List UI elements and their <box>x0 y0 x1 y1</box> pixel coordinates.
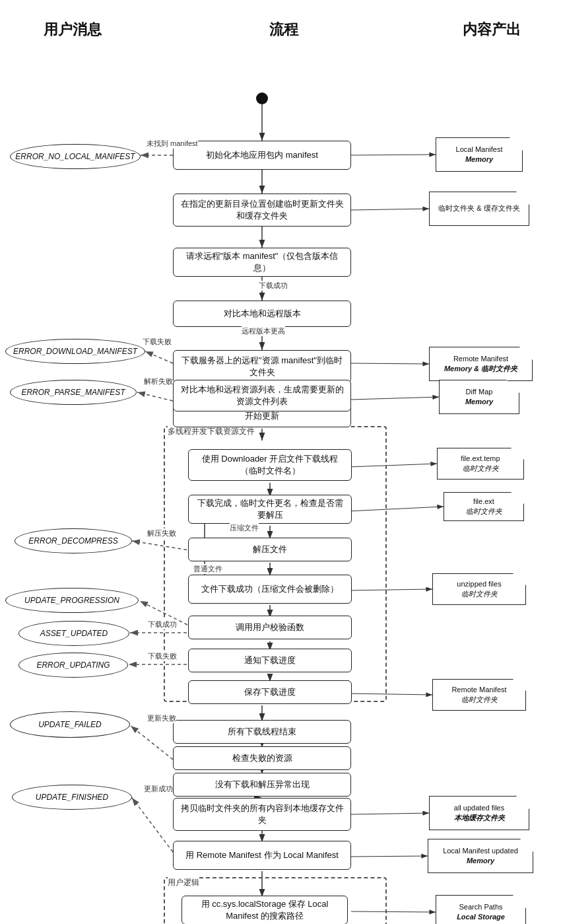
fb-save-progress: 保存下载进度 <box>188 680 352 704</box>
fb-request-remote: 请求远程"版本 manifest"（仅包含版本信息） <box>173 248 351 277</box>
fb-create-dirs: 在指定的更新目录位置创建临时更新文件夹和缓存文件夹 <box>173 194 351 227</box>
doc-search-paths-title: Search Paths <box>459 902 502 912</box>
header-flow: 流程 <box>145 20 422 40</box>
err-updating: ERROR_UPDATING <box>18 653 128 678</box>
doc-search-paths-sub: Local Storage <box>457 912 505 922</box>
lbl-parse-fail: 解析失败 <box>144 376 173 386</box>
start-circle <box>256 92 268 104</box>
doc-local-manifest: Local Manifest Memory <box>436 137 523 172</box>
doc-file-temp-title: file.ext.temp <box>461 454 500 464</box>
fb-check-failed: 检查失败的资源 <box>173 746 351 770</box>
asset-updated: ASSET_UPDATED <box>18 621 129 646</box>
err-parse-manifest: ERROR_PARSE_MANIFEST <box>10 380 137 405</box>
fb-download-remote-manifest: 下载服务器上的远程"资源 manifest"到临时文件夹 <box>173 350 351 383</box>
doc-remote-manifest-mem: Remote Manifest Memory & 临时文件夹 <box>429 347 533 381</box>
doc-diff-map: Diff Map Memory <box>439 380 519 414</box>
doc-file-ext-sub: 临时文件夹 <box>466 507 502 516</box>
err-decompress: ERROR_DECOMPRESS <box>15 528 132 553</box>
lbl-remote-higher: 远程版本更高 <box>242 326 285 336</box>
lbl-decomp-fail: 解压失败 <box>147 528 176 538</box>
doc-local-manifest-sub: Memory <box>465 155 493 164</box>
lbl-download-fail2: 下载失败 <box>148 651 177 661</box>
svg-line-30 <box>137 392 173 401</box>
column-headers: 用户消息 流程 内容产出 <box>0 13 561 53</box>
fb-copy-to-cache: 拷贝临时文件夹的所有内容到本地缓存文件夹 <box>173 798 351 831</box>
user-logic-label: 用户逻辑 <box>168 877 199 888</box>
svg-line-46 <box>351 856 428 857</box>
fb-use-remote: 用 Remote Manifest 作为 Local Manifest <box>173 841 351 870</box>
fb-verify-callback: 调用用户校验函数 <box>188 616 352 639</box>
parallel-download-label: 多线程并发下载资源文件 <box>168 426 255 437</box>
upd-finished: UPDATE_FINISHED <box>12 785 132 810</box>
doc-temp-dirs: 临时文件夹 & 缓存文件夹 <box>429 192 529 226</box>
fb-rename-check: 下载完成，临时文件更名，检查是否需要解压 <box>188 495 352 524</box>
doc-local-manifest-upd-title: Local Manifest updated <box>443 846 518 856</box>
svg-line-40 <box>351 397 439 400</box>
lbl-no-manifest: 未找到 manifest <box>147 139 198 149</box>
doc-local-manifest-title: Local Manifest <box>456 145 503 155</box>
doc-remote-manifest-tmp-sub: 临时文件夹 <box>461 695 498 705</box>
page-container: 用户消息 流程 内容产出 <box>0 0 561 924</box>
err-no-manifest: ERROR_NO_LOCAL_MANIFEST <box>10 144 141 169</box>
fb-no-error: 没有下载和解压异常出现 <box>173 773 351 797</box>
doc-remote-manifest-mem-title: Remote Manifest <box>453 354 508 364</box>
lbl-download-success2: 下载成功 <box>148 620 177 629</box>
doc-file-temp-sub: 临时文件夹 <box>463 464 499 474</box>
doc-file-ext: file.ext 临时文件夹 <box>444 492 524 521</box>
doc-remote-manifest-mem-sub: Memory & 临时文件夹 <box>444 364 517 374</box>
svg-line-35 <box>131 726 173 760</box>
fb-decompress: 解压文件 <box>188 538 352 561</box>
fb-init: 初始化本地应用包内 manifest <box>173 141 351 170</box>
doc-unzipped: unzipped files 临时文件夹 <box>432 573 526 605</box>
upd-progression: UPDATE_PROGRESSION <box>5 588 139 613</box>
fb-diff-list: 对比本地和远程资源列表，生成需要更新的资源文件列表 <box>173 380 351 411</box>
doc-local-manifest-upd: Local Manifest updated Memory <box>428 839 533 873</box>
fb-downloader: 使用 Downloader 开启文件下载线程（临时文件名） <box>188 449 352 481</box>
fb-save-search: 用 cc.sys.localStorage 保存 Local Manifest … <box>182 896 348 924</box>
fb-all-done: 所有下载线程结束 <box>173 720 351 744</box>
doc-all-updated: all updated files 本地缓存文件夹 <box>429 796 529 830</box>
doc-remote-manifest-tmp: Remote Manifest 临时文件夹 <box>432 679 526 711</box>
fb-file-success: 文件下载成功（压缩文件会被删除） <box>188 575 352 604</box>
svg-line-29 <box>145 351 173 363</box>
svg-line-38 <box>351 209 429 210</box>
doc-unzipped-title: unzipped files <box>457 579 501 589</box>
doc-unzipped-sub: 临时文件夹 <box>461 589 498 599</box>
doc-file-ext-title: file.ext <box>473 497 494 507</box>
diagram: 多线程并发下载资源文件 用户逻辑 初始化本地应用包内 manifest 在指定的… <box>0 53 561 924</box>
doc-file-temp: file.ext.temp 临时文件夹 <box>437 448 524 480</box>
lbl-update-fail: 更新失败 <box>147 713 176 723</box>
doc-remote-manifest-tmp-title: Remote Manifest <box>451 685 506 695</box>
svg-line-39 <box>351 363 429 364</box>
doc-all-updated-title: all updated files <box>454 803 504 813</box>
svg-line-37 <box>351 155 436 155</box>
fb-compare-versions: 对比本地和远程版本 <box>173 301 351 327</box>
doc-diff-map-sub: Memory <box>465 397 493 407</box>
doc-search-paths: Search Paths Local Storage <box>436 895 526 924</box>
lbl-normal-file: 普通文件 <box>193 564 222 574</box>
lbl-download-fail1: 下载失败 <box>143 337 172 347</box>
lbl-update-success: 更新成功 <box>144 784 173 794</box>
doc-diff-map-title: Diff Map <box>466 387 493 397</box>
upd-failed: UPDATE_FAILED <box>10 711 130 738</box>
svg-line-36 <box>132 798 173 852</box>
doc-local-manifest-upd-sub: Memory <box>467 856 494 866</box>
lbl-compress-file: 压缩文件 <box>230 523 259 533</box>
header-output: 内容产出 <box>422 20 561 40</box>
err-download-manifest: ERROR_DOWNLOAD_MANIFEST <box>5 339 145 364</box>
lbl-download-success: 下载成功 <box>259 281 288 291</box>
svg-line-45 <box>351 813 429 814</box>
header-user-message: 用户消息 <box>0 20 145 40</box>
doc-temp-dirs-title: 临时文件夹 & 缓存文件夹 <box>438 203 519 213</box>
doc-all-updated-sub: 本地缓存文件夹 <box>454 813 505 823</box>
fb-notify-progress: 通知下载进度 <box>188 649 352 672</box>
